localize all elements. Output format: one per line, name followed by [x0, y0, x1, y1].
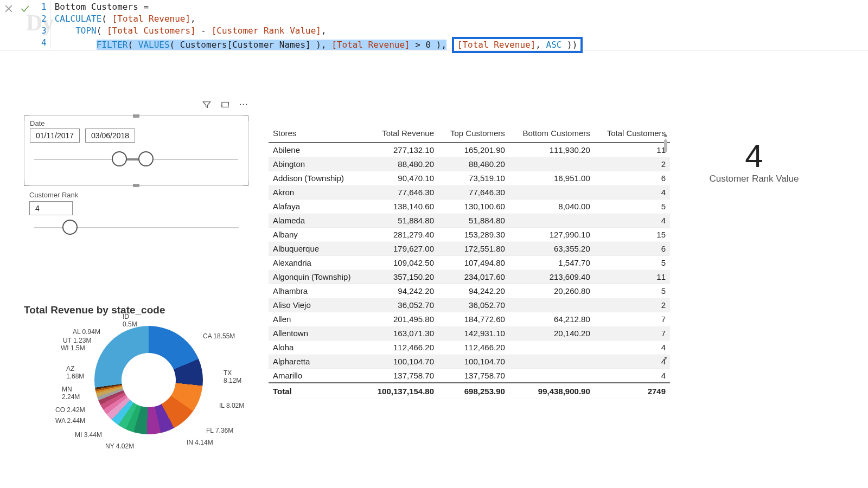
table-row[interactable]: Allentown163,071.30142,931.1020,140.207 — [269, 326, 670, 341]
dax-editor[interactable]: 1 2 3 4 Bottom Customers = CALCULATE( [T… — [36, 1, 583, 49]
table-row[interactable]: Alexandria109,042.50107,494.801,547.705 — [269, 256, 670, 270]
scroll-thumb[interactable] — [664, 139, 667, 152]
slice-label-id: ID0.5M — [123, 313, 137, 328]
svg-rect-0 — [222, 102, 228, 107]
table-header-row: Stores Total Revenue Top Customers Botto… — [269, 125, 670, 143]
slice-label-co: CO 2.42M — [55, 406, 85, 414]
scroll-up-icon[interactable]: ▴ — [663, 131, 668, 138]
rank-value-card[interactable]: 4 Customer Rank Value — [684, 137, 825, 184]
slice-label-tx: TX8.12M — [224, 369, 241, 384]
focus-mode-icon[interactable] — [220, 100, 230, 111]
slice-label-fl: FL 7.36M — [206, 427, 233, 434]
code-line-1[interactable]: Bottom Customers = — [55, 1, 583, 13]
rank-slicer-title: Customer Rank — [24, 188, 248, 200]
table-row[interactable]: Aloha112,466.20112,466.204 — [269, 341, 670, 355]
date-slicer[interactable]: ··· Date 01/11/2017 03/06/2018 — [24, 115, 248, 186]
table-row[interactable]: Algonquin (Township)357,150.20234,017.60… — [269, 270, 670, 284]
table-row[interactable]: Albuquerque179,627.00172,551.8063,355.20… — [269, 242, 670, 256]
table-row[interactable]: Alameda51,884.8051,884.804 — [269, 214, 670, 228]
code-line-3[interactable]: TOPN( [Total Customers] - [Customer Rank… — [55, 25, 583, 37]
line-gutter: 1 2 3 4 — [36, 1, 50, 49]
cancel-icon[interactable] — [3, 3, 14, 16]
table-row[interactable]: Alafaya138,140.60130,100.608,040.005 — [269, 200, 670, 214]
slice-label-wi: WI 1.5M — [61, 344, 85, 352]
slider-thumb-from[interactable] — [112, 151, 127, 166]
slice-label-wa: WA 2.44M — [55, 417, 85, 425]
date-to-input[interactable]: 03/06/2018 — [85, 129, 135, 143]
customer-rank-slicer[interactable]: Customer Rank 4 — [24, 188, 248, 236]
more-options-icon[interactable]: ··· — [239, 100, 248, 111]
date-slicer-title: Date — [24, 116, 248, 129]
slice-label-ca: CA 18.55M — [203, 332, 235, 340]
highlighted-sort-args: [Total Revenue], ASC )) — [452, 37, 583, 53]
table-row[interactable]: Akron77,646.3077,646.304 — [269, 185, 670, 200]
table-row[interactable]: Amarillo137,758.70137,758.704 — [269, 369, 670, 383]
card-value: 4 — [684, 137, 825, 175]
date-from-input[interactable]: 01/11/2017 — [30, 129, 80, 143]
slice-label-az: AZ1.68M — [66, 365, 84, 380]
table-total-row: Total 100,137,154.80 698,253.90 99,438,9… — [269, 383, 670, 399]
table-row[interactable]: Abington88,480.2088,480.202 — [269, 157, 670, 171]
rank-value-input[interactable]: 4 — [29, 201, 73, 215]
col-stores[interactable]: Stores — [269, 125, 365, 143]
slice-label-mn: MN2.24M — [62, 386, 80, 401]
col-total-customers[interactable]: Total Customers — [595, 125, 670, 143]
table-row[interactable]: Alhambra94,242.2094,242.2020,260.805 — [269, 284, 670, 298]
slice-label-mi: MI 3.44M — [75, 431, 102, 439]
slice-label-in: IN 4.14M — [187, 439, 213, 446]
slider-thumb-to[interactable] — [138, 151, 154, 166]
code-line-2[interactable]: CALCULATE( [Total Revenue], — [55, 13, 583, 25]
col-top-customers[interactable]: Top Customers — [438, 125, 509, 143]
table-row[interactable]: Aliso Viejo36,052.7036,052.702 — [269, 298, 670, 312]
report-canvas: ··· Date 01/11/2017 03/06/2018 Customer … — [0, 50, 868, 54]
formula-bar: Dy 1 2 3 4 Bottom Customers = CALCULATE(… — [0, 0, 868, 50]
slider-thumb-rank[interactable] — [62, 220, 78, 235]
table-row[interactable]: Albany281,279.40153,289.30127,990.1015 — [269, 228, 670, 242]
slice-label-al: AL 0.94M — [73, 328, 100, 336]
table-scrollbar[interactable]: ▴ ▾ — [663, 131, 668, 363]
rank-slider[interactable] — [34, 220, 239, 236]
filter-icon[interactable] — [202, 100, 212, 111]
table-row[interactable]: Abilene277,132.10165,201.90111,930.2011 — [269, 143, 670, 157]
donut-chart-visual[interactable]: Total Revenue by state_code CA 18.55M TX… — [24, 304, 252, 440]
col-total-revenue[interactable]: Total Revenue — [365, 125, 438, 143]
donut-title: Total Revenue by state_code — [24, 304, 252, 316]
code-line-4[interactable]: FILTER( VALUES( Customers[Customer Names… — [55, 37, 583, 49]
date-range-slider[interactable] — [34, 151, 238, 168]
resize-handle[interactable] — [133, 114, 139, 118]
slice-label-ut: UT 1.23M — [63, 337, 91, 344]
table-row[interactable]: Alpharetta100,104.70100,104.704 — [269, 355, 670, 369]
resize-handle[interactable] — [133, 184, 139, 187]
slice-label-ny: NY 4.02M — [105, 442, 134, 450]
scroll-down-icon[interactable]: ▾ — [663, 354, 668, 362]
slice-label-il: IL 8.02M — [219, 402, 244, 409]
col-bottom-customers[interactable]: Bottom Customers — [509, 125, 595, 143]
table-row[interactable]: Allen201,495.80184,772.6064,212.807 — [269, 312, 670, 326]
stores-table[interactable]: Stores Total Revenue Top Customers Botto… — [269, 125, 670, 399]
card-label: Customer Rank Value — [684, 174, 825, 184]
table-row[interactable]: Addison (Township)90,470.1073,519.1016,9… — [269, 171, 670, 185]
